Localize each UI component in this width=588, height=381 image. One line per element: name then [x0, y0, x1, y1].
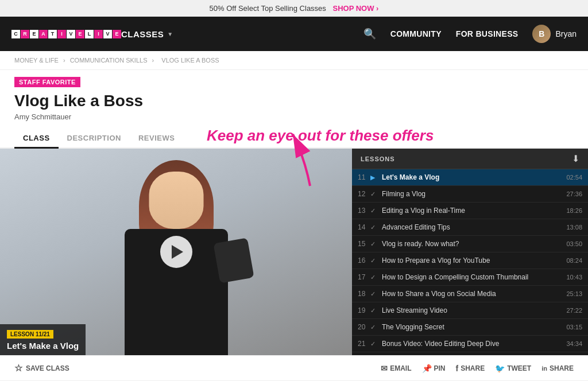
class-instructor: Amy Schmittauer [14, 112, 574, 121]
lesson-label: LESSON 11/21 Let's Make a Vlog [0, 324, 86, 355]
twitter-icon: 🐦 [495, 364, 505, 373]
banner-text: 50% Off Select Top Selling Classes [210, 4, 326, 13]
logo[interactable]: CREATIVELIVE [11, 30, 121, 38]
banner-cta[interactable]: SHOP NOW › [332, 4, 378, 13]
lesson-number: 11 [358, 173, 370, 181]
tabs: CLASS DESCRIPTION REVIEWS [0, 128, 588, 149]
share-actions: ✉ EMAIL 📌 PIN f SHARE 🐦 TWEET in SHARE [381, 364, 574, 373]
top-banner: 50% Off Select Top Selling Classes SHOP … [0, 0, 588, 17]
lesson-row[interactable]: 20 ✓ The Vlogging Secret 03:15 [352, 319, 588, 336]
nav-business[interactable]: FOR BUSINESS [456, 29, 519, 38]
tab-reviews[interactable]: REVIEWS [130, 128, 183, 149]
breadcrumb-item-1[interactable]: MONEY & LIFE [14, 57, 59, 64]
staff-favorite-badge: STAFF FAVORITE [14, 77, 80, 87]
save-class-button[interactable]: ☆ SAVE CLASS [14, 363, 69, 374]
breadcrumb-current: VLOG LIKE A BOSS [161, 57, 219, 64]
pin-share[interactable]: 📌 PIN [422, 364, 446, 373]
search-icon: 🔍 [363, 28, 376, 40]
email-icon: ✉ [381, 364, 388, 373]
lesson-row[interactable]: 15 ✓ Vlog is ready. Now what? 03:50 [352, 236, 588, 252]
lesson-row[interactable]: 18 ✓ How to Share a Vlog on Social Media… [352, 286, 588, 302]
bottom-bar: ☆ SAVE CLASS ✉ EMAIL 📌 PIN f SHARE 🐦 TWE… [0, 355, 588, 381]
lesson-row[interactable]: 21 ✓ Bonus Video: Video Editing Deep Div… [352, 336, 588, 352]
class-title: Vlog Like a Boss [14, 92, 574, 110]
main-content: LESSON 11/21 Let's Make a Vlog LESSONS ⬇… [0, 149, 588, 355]
lessons-list[interactable]: 11 ▶ Let's Make a Vlog 02:54 12 ✓ Filmin… [352, 169, 588, 355]
twitter-share[interactable]: 🐦 TWEET [495, 364, 531, 373]
user-name: Bryan [555, 29, 577, 38]
play-icon: ▶ [370, 174, 378, 181]
facebook-icon: f [456, 364, 459, 373]
lessons-title: LESSONS [361, 155, 395, 162]
video-player[interactable]: LESSON 11/21 Let's Make a Vlog [0, 149, 352, 355]
lesson-badge: LESSON 11/21 [7, 330, 53, 339]
search-button[interactable]: 🔍 [363, 28, 376, 40]
play-icon [172, 245, 183, 259]
breadcrumb-item-2[interactable]: COMMUNICATION SKILLS [70, 57, 148, 64]
class-header: STAFF FAVORITE Vlog Like a Boss Amy Schm… [0, 70, 588, 121]
nav-classes[interactable]: CLASSES ▼ [121, 29, 173, 39]
lesson-name: Let's Make a Vlog [382, 173, 563, 181]
lesson-row[interactable]: 19 ✓ Live Streaming Video 27:22 [352, 302, 588, 319]
logo-chars: CREATIVELIVE [11, 30, 121, 38]
lesson-time: 02:54 [566, 174, 582, 181]
header: CREATIVELIVE CLASSES ▼ 🔍 COMMUNITY FOR B… [0, 17, 588, 51]
lesson-row[interactable]: 16 ✓ How to Prepare a Vlog for YouTube 0… [352, 252, 588, 269]
lesson-row[interactable]: 12 ✓ Filming a Vlog 27:36 [352, 186, 588, 203]
lesson-title-video: Let's Make a Vlog [7, 341, 79, 351]
linkedin-icon: in [541, 365, 547, 372]
download-icon[interactable]: ⬇ [572, 153, 579, 164]
lesson-row[interactable]: 11 ▶ Let's Make a Vlog 02:54 [352, 169, 588, 186]
breadcrumb: MONEY & LIFE › COMMUNICATION SKILLS › VL… [0, 51, 588, 70]
user-area[interactable]: B Bryan [532, 25, 577, 43]
lessons-panel: LESSONS ⬇ 11 ▶ Let's Make a Vlog 02:54 1… [352, 149, 588, 355]
lesson-row[interactable]: 13 ✓ Editing a Vlog in Real-Time 18:26 [352, 203, 588, 219]
lessons-header: LESSONS ⬇ [352, 149, 588, 169]
nav-community[interactable]: COMMUNITY [390, 29, 442, 38]
pin-icon: 📌 [422, 364, 432, 373]
lesson-row[interactable]: 14 ✓ Advanced Editing Tips 13:08 [352, 219, 588, 236]
tab-class[interactable]: CLASS [14, 128, 59, 149]
play-button[interactable] [160, 236, 192, 268]
video-area: LESSON 11/21 Let's Make a Vlog [0, 149, 352, 355]
classes-caret: ▼ [167, 31, 173, 37]
linkedin-share[interactable]: in SHARE [541, 364, 574, 372]
email-share[interactable]: ✉ EMAIL [381, 364, 411, 373]
tab-description[interactable]: DESCRIPTION [59, 128, 130, 149]
facebook-share[interactable]: f SHARE [456, 364, 485, 373]
lesson-row[interactable]: 17 ✓ How to Design a Compelling Custom T… [352, 269, 588, 286]
star-icon: ☆ [14, 363, 22, 374]
avatar: B [532, 25, 551, 43]
